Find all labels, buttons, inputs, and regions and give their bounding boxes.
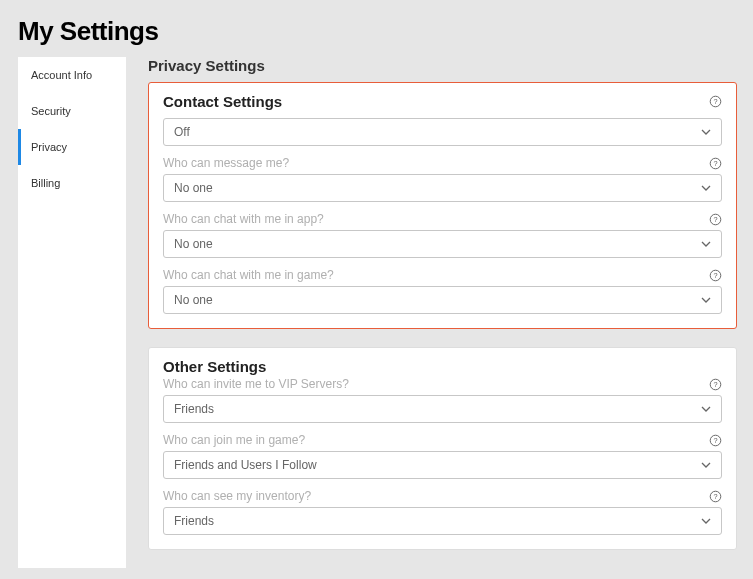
svg-text:?: ? xyxy=(713,159,717,168)
sidebar-item-privacy[interactable]: Privacy xyxy=(18,129,126,165)
contact-settings-title: Contact Settings xyxy=(163,93,282,110)
who-can-see-inventory-select[interactable]: Friends xyxy=(163,507,722,535)
who-can-chat-app-select[interactable]: No one xyxy=(163,230,722,258)
who-can-join-game-select[interactable]: Friends and Users I Follow xyxy=(163,451,722,479)
svg-text:?: ? xyxy=(713,380,717,389)
field-label: Who can join me in game? xyxy=(163,433,305,447)
help-icon[interactable]: ? xyxy=(709,269,722,282)
select-value: Off xyxy=(174,125,190,139)
chevron-down-icon xyxy=(701,518,711,524)
field-label: Who can chat with me in app? xyxy=(163,212,324,226)
select-value: Friends and Users I Follow xyxy=(174,458,317,472)
who-can-message-select[interactable]: No one xyxy=(163,174,722,202)
sidebar-item-billing[interactable]: Billing xyxy=(18,165,126,201)
chevron-down-icon xyxy=(701,462,711,468)
svg-text:?: ? xyxy=(713,271,717,280)
other-settings-title: Other Settings xyxy=(163,358,722,375)
chevron-down-icon xyxy=(701,297,711,303)
contact-settings-panel: Contact Settings ? Off Who can message m… xyxy=(148,82,737,329)
who-can-chat-game-select[interactable]: No one xyxy=(163,286,722,314)
field-label: Who can see my inventory? xyxy=(163,489,311,503)
select-value: No one xyxy=(174,237,213,251)
help-icon[interactable]: ? xyxy=(709,95,722,108)
sidebar-item-security[interactable]: Security xyxy=(18,93,126,129)
help-icon[interactable]: ? xyxy=(709,378,722,391)
select-value: Friends xyxy=(174,402,214,416)
svg-text:?: ? xyxy=(713,436,717,445)
help-icon[interactable]: ? xyxy=(709,157,722,170)
other-settings-panel: Other Settings Who can invite me to VIP … xyxy=(148,347,737,550)
select-value: No one xyxy=(174,181,213,195)
chevron-down-icon xyxy=(701,185,711,191)
chevron-down-icon xyxy=(701,241,711,247)
select-value: No one xyxy=(174,293,213,307)
field-label: Who can invite me to VIP Servers? xyxy=(163,377,349,391)
chevron-down-icon xyxy=(701,406,711,412)
help-icon[interactable]: ? xyxy=(709,434,722,447)
chevron-down-icon xyxy=(701,129,711,135)
select-value: Friends xyxy=(174,514,214,528)
field-label: Who can chat with me in game? xyxy=(163,268,334,282)
svg-text:?: ? xyxy=(713,492,717,501)
main-content: Privacy Settings Contact Settings ? Off … xyxy=(148,57,737,568)
field-label: Who can message me? xyxy=(163,156,289,170)
who-can-invite-vip-select[interactable]: Friends xyxy=(163,395,722,423)
sidebar-item-account-info[interactable]: Account Info xyxy=(18,57,126,93)
help-icon[interactable]: ? xyxy=(709,490,722,503)
account-restrictions-select[interactable]: Off xyxy=(163,118,722,146)
svg-text:?: ? xyxy=(713,215,717,224)
sidebar: Account Info Security Privacy Billing xyxy=(18,57,126,568)
privacy-settings-heading: Privacy Settings xyxy=(148,57,737,74)
page-title: My Settings xyxy=(0,0,753,57)
help-icon[interactable]: ? xyxy=(709,213,722,226)
svg-text:?: ? xyxy=(713,97,717,106)
